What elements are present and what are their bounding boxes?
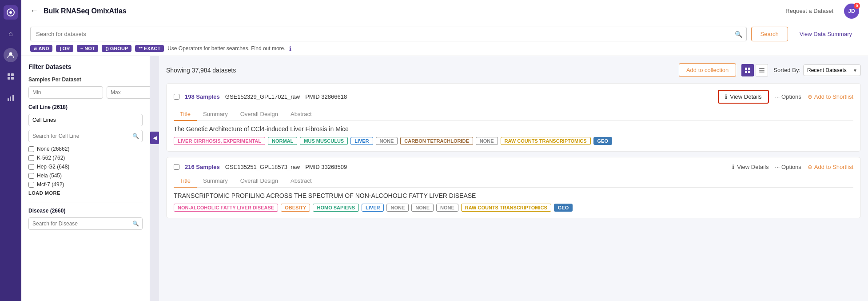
cell-line-title: Cell Line (2618) (28, 104, 68, 110)
top-bar: ← Bulk RNASeq OmixAtlas Request a Datase… (21, 0, 868, 22)
disease-search[interactable] (28, 217, 143, 230)
samples-count-1[interactable]: 198 Samples (185, 93, 220, 100)
svg-rect-9 (12, 95, 14, 101)
tag-1-1: NORMAL (268, 137, 297, 145)
svg-rect-15 (759, 70, 764, 71)
body-layout: Filter Datasets Samples Per Dataset Go C… (21, 56, 868, 301)
list-view-button[interactable] (756, 64, 768, 76)
svg-rect-11 (748, 68, 750, 70)
search-button[interactable]: Search (751, 27, 788, 41)
filter-hepg2-item: Hep-G2 (648) (28, 164, 143, 170)
filter-hela-item: Hela (545) (28, 173, 143, 179)
disease-title: Disease (2660) (28, 208, 65, 214)
left-nav: ⌂ (0, 0, 21, 301)
view-details-button-2[interactable]: ℹ View Details (732, 164, 768, 170)
tag-1-7: RAW COUNTS TRANSCRIPTOMICS (501, 137, 591, 145)
samples-count-2[interactable]: 216 Samples (185, 164, 220, 170)
main-content: ← Bulk RNASeq OmixAtlas Request a Datase… (21, 0, 868, 301)
cell-line-search[interactable] (28, 130, 143, 142)
view-details-button-1[interactable]: ℹ View Details (718, 90, 768, 104)
nav-chart-icon[interactable] (4, 91, 18, 105)
tab-title-2[interactable]: Title (174, 175, 197, 188)
add-to-collection-button[interactable]: Add to collection (679, 63, 736, 77)
options-button-1[interactable]: ··· Options (775, 93, 801, 100)
view-data-summary-button[interactable]: View Data Summary (792, 27, 859, 41)
collapse-panel[interactable]: ◀ (150, 56, 159, 301)
plus-icon-1: ⊕ (808, 93, 812, 100)
search-area: 🔍 Search View Data Summary & AND | OR – … (21, 22, 868, 56)
tag-2-0: NON-ALCOHOLIC FATTY LIVER DISEASE (174, 204, 278, 212)
tab-title-1[interactable]: Title (174, 108, 197, 121)
info-icon[interactable]: ℹ (289, 45, 291, 52)
search-input[interactable] (30, 27, 747, 41)
request-dataset-button[interactable]: Request a Dataset (780, 5, 839, 17)
filter-k562-checkbox[interactable] (28, 155, 34, 161)
svg-rect-16 (759, 72, 764, 72)
card-view-button[interactable] (741, 64, 754, 76)
tab-summary-1[interactable]: Summary (197, 108, 234, 121)
filter-hepg2-checkbox[interactable] (28, 164, 34, 170)
filter-title: Filter Datasets (28, 63, 143, 70)
max-input[interactable] (107, 86, 150, 99)
tab-abstract-1[interactable]: Abstract (284, 108, 318, 121)
filter-none-checkbox[interactable] (28, 146, 34, 152)
disease-search-wrap: 🔍 (28, 217, 143, 230)
tab-overall-design-1[interactable]: Overall Design (234, 108, 284, 121)
user-avatar[interactable]: JD 0 (844, 4, 859, 19)
user-badge: 0 (854, 3, 860, 9)
filter-hela-checkbox[interactable] (28, 173, 34, 179)
tag-2-5: NONE (411, 204, 434, 212)
view-toggle (741, 64, 768, 76)
options-button-2[interactable]: ··· Options (775, 164, 801, 170)
cell-line-search-wrap: 🔍 (28, 130, 143, 142)
card-left-1: 198 Samples GSE152329_GPL17021_raw PMID … (174, 93, 347, 100)
nav-home-icon[interactable]: ⌂ (4, 27, 18, 41)
dataset-checkbox-1[interactable] (174, 94, 179, 100)
disease-filter-group: Disease (2660) 🔍 (28, 208, 143, 230)
svg-point-1 (9, 11, 12, 14)
divider (28, 202, 143, 202)
back-button[interactable]: ← (30, 6, 38, 16)
svg-rect-14 (759, 68, 764, 69)
dataset-checkbox-2[interactable] (174, 164, 179, 170)
operator-not[interactable]: – NOT (77, 45, 98, 52)
svg-rect-3 (8, 73, 10, 76)
tag-1-0: LIVER CIRRHOSIS, EXPERIMENTAL (174, 137, 265, 145)
shortlist-button-1[interactable]: ⊕ Add to Shortlist (808, 93, 853, 100)
results-header: Showing 37,984 datasets Add to collectio… (166, 63, 861, 77)
operator-group[interactable]: () GROUP (102, 45, 131, 52)
tab-summary-2[interactable]: Summary (197, 175, 234, 188)
filter-mcf7-checkbox[interactable] (28, 182, 34, 188)
cell-line-filter-group: Cell Line (2618) Cell Lines 🔍 None (2686… (28, 104, 143, 196)
dataset-card-1: 198 Samples GSE152329_GPL17021_raw PMID … (166, 83, 861, 152)
tab-overall-design-2[interactable]: Overall Design (234, 175, 284, 188)
tag-2-2: HOMO SAPIENS (313, 204, 359, 212)
svg-rect-8 (10, 96, 11, 101)
sidebar: Filter Datasets Samples Per Dataset Go C… (21, 56, 150, 301)
tag-1-2: MUS MUSCULUS (300, 137, 348, 145)
cell-line-dropdown[interactable]: Cell Lines (28, 114, 143, 126)
nav-user-icon[interactable] (4, 48, 18, 62)
filter-k562-label: K-562 (762) (37, 155, 65, 161)
samples-range-row: Go (28, 86, 143, 99)
tag-1-8: GEO (593, 137, 612, 145)
info-icon-1: ℹ (725, 93, 727, 100)
operator-or[interactable]: | OR (56, 45, 73, 52)
card-actions-1: ℹ View Details ··· Options ⊕ Add to Shor… (718, 90, 853, 104)
results-area: Showing 37,984 datasets Add to collectio… (159, 56, 868, 301)
card-left-2: 216 Samples GSE135251_GPL18573_raw PMID … (174, 164, 347, 170)
operator-and[interactable]: & AND (30, 45, 52, 52)
operators-hint: Use Operators for better searches. Find … (167, 45, 285, 52)
nav-grid-icon[interactable] (4, 69, 18, 84)
card-actions-2: ℹ View Details ··· Options ⊕ Add to Shor… (732, 164, 853, 170)
sort-select[interactable]: Recent Datasets Samples Count Relevance (803, 64, 861, 76)
tab-abstract-2[interactable]: Abstract (284, 175, 318, 188)
app-logo[interactable] (4, 5, 18, 20)
shortlist-button-2[interactable]: ⊕ Add to Shortlist (808, 164, 853, 170)
tag-1-5: CARBON TETRACHLORIDE (400, 137, 473, 145)
cell-line-search-icon: 🔍 (132, 133, 139, 139)
svg-rect-7 (8, 98, 9, 101)
operator-exact[interactable]: ** EXACT (135, 45, 164, 52)
load-more-btn[interactable]: LOAD MORE (28, 190, 143, 196)
min-input[interactable] (28, 86, 103, 99)
